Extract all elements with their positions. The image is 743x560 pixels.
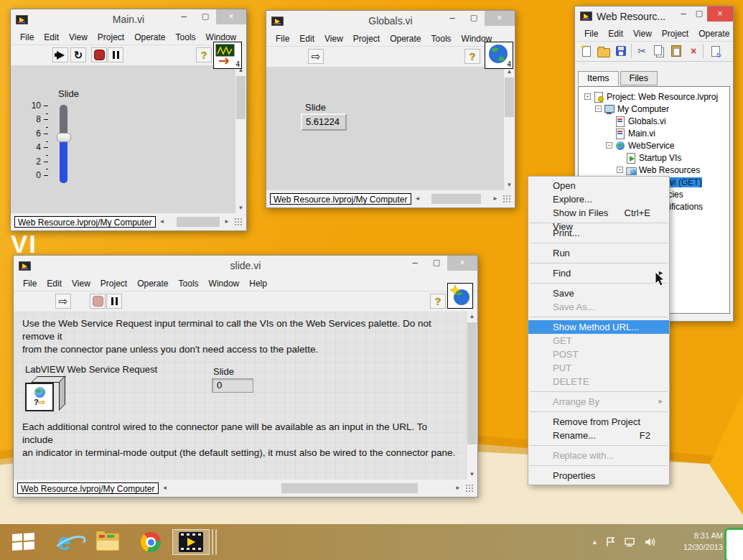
project-titlebar[interactable]: Web Resourc... – ▢ × [575,6,733,26]
tree-expander-icon[interactable]: - [595,106,602,112]
cut-button[interactable]: ✂ [635,44,649,58]
action-center-flag-icon[interactable] [605,536,617,548]
context-menu-item-run[interactable]: Run [528,246,669,260]
scroll-thumb[interactable] [505,78,514,117]
tree-item-body[interactable]: Web Resources [626,165,700,175]
tree-item-body[interactable]: My Computer [604,104,669,114]
menu-window[interactable]: Window [204,279,245,289]
close-button[interactable]: × [447,256,477,271]
menu-view[interactable]: View [628,29,657,39]
scroll-right-icon[interactable]: ► [222,216,232,228]
menu-edit[interactable]: Edit [42,279,67,289]
menu-edit[interactable]: Edit [39,32,64,42]
minimize-button[interactable]: – [441,11,463,26]
scroll-left-icon[interactable]: ◄ [157,216,167,228]
context-menu-item-properties[interactable]: Properties [528,469,669,482]
menu-view[interactable]: View [67,279,95,289]
slide-vi-horizontal-scrollbar[interactable]: ◄ ► [160,482,463,494]
vi-connector-icon[interactable]: 4 [213,42,242,69]
network-icon[interactable] [624,536,637,548]
tree-item-body[interactable]: Project: Web Resource.lvproj [594,92,718,102]
tree-expander-icon[interactable]: - [617,167,623,173]
paste-button[interactable] [669,44,683,58]
context-menu-item-post[interactable]: POST [528,347,669,361]
menu-file[interactable]: File [18,279,42,289]
tree-item[interactable]: -Web Resources [579,164,729,176]
vi-connector-icon[interactable] [447,283,473,309]
context-menu-item-get[interactable]: GET [528,334,669,347]
menu-file[interactable]: File [15,32,39,42]
slide-value-control[interactable]: 0 [212,378,253,393]
run-continuously-button[interactable]: ↻ [70,47,86,62]
globals-vi-vertical-scrollbar[interactable]: ▲ ▼ [503,67,515,190]
globals-vi-horizontal-scrollbar[interactable]: ◄ ► [413,193,500,205]
menu-edit[interactable]: Edit [294,34,319,44]
menu-project[interactable]: Project [657,29,693,39]
slider-handle[interactable] [57,133,71,142]
vi-connector-icon[interactable]: 4 [485,42,513,69]
context-menu-item-rename[interactable]: Rename...F2 [528,429,669,442]
run-button[interactable] [52,47,68,62]
tree-expander-icon[interactable]: - [606,142,612,149]
main-vi-titlebar[interactable]: Main.vi – ▢ × [11,9,246,29]
resize-grip[interactable] [234,218,243,226]
tree-item[interactable]: -My Computer [579,103,729,115]
scroll-down-icon[interactable]: ▼ [504,180,515,190]
context-menu-item-show-in-files-view[interactable]: Show in Files ViewCtrl+E [528,206,669,220]
new-file-button[interactable]: ✦ [579,44,594,58]
open-button[interactable] [597,44,611,58]
close-button[interactable]: × [216,9,246,24]
abort-button[interactable] [90,294,106,309]
slider-track[interactable] [60,105,67,183]
help-button[interactable]: ? [464,49,480,64]
minimize-button[interactable]: – [676,6,691,22]
context-menu-item-put[interactable]: PUT [528,361,669,375]
build-settings-button[interactable]: ↻ [709,44,723,58]
help-button[interactable]: ? [430,294,446,309]
maximize-button[interactable]: ▢ [691,6,707,22]
scroll-right-icon[interactable]: ► [453,482,463,494]
menu-project[interactable]: Project [95,279,132,289]
tree-item-body[interactable]: WebService [615,141,674,151]
menu-help[interactable]: Help [244,279,272,289]
context-menu-item-explore[interactable]: Explore... [528,192,669,206]
main-vi-horizontal-scrollbar[interactable]: ◄ ► [157,216,232,228]
scroll-down-icon[interactable]: ▼ [235,203,246,213]
menu-file[interactable]: File [579,29,603,39]
maximize-button[interactable]: ▢ [195,9,216,24]
abort-button[interactable] [91,47,107,62]
slide-vi-vertical-scrollbar[interactable]: ▲ ▼ [466,312,477,480]
scroll-left-icon[interactable]: ◄ [413,193,423,205]
taskbar-internet-explorer[interactable]: e [50,530,79,554]
resize-grip[interactable] [503,195,511,203]
copy-button[interactable] [652,44,666,58]
pause-button[interactable] [106,294,122,309]
scroll-up-icon[interactable]: ▲ [467,312,477,322]
tab-items[interactable]: Items [578,71,619,85]
slide-vi-titlebar[interactable]: slide.vi – ▢ × [14,256,477,276]
menu-tools[interactable]: Tools [171,32,201,42]
run-button[interactable]: ⇨ [308,49,324,64]
tree-item[interactable]: Startup VIs [579,151,729,164]
save-button[interactable] [614,44,628,58]
menu-operate[interactable]: Operate [693,29,733,39]
menu-view[interactable]: View [64,32,93,42]
scroll-thumb[interactable] [431,194,481,204]
minimize-button[interactable]: – [173,9,195,24]
tree-expander-icon[interactable]: - [584,93,591,100]
menu-window[interactable]: Window [201,32,242,42]
start-button[interactable] [10,530,36,553]
volume-icon[interactable] [644,536,657,548]
context-menu-item-remove-from-project[interactable]: Remove from Project [528,415,669,429]
show-hidden-icons-chevron[interactable]: ▲ [592,538,598,546]
menu-tools[interactable]: Tools [426,34,457,44]
globals-vi-titlebar[interactable]: Globals.vi – ▢ × [266,11,515,31]
taskbar-file-explorer[interactable] [93,530,122,554]
tree-item[interactable]: Globals.vi [579,115,729,127]
help-button[interactable]: ? [196,47,212,62]
scroll-left-icon[interactable]: ◄ [160,482,170,494]
tree-item[interactable]: Main.vi [579,127,729,139]
minimize-button[interactable]: – [404,256,426,271]
scroll-right-icon[interactable]: ► [490,193,500,205]
context-menu-item-save-as[interactable]: Save As... [528,300,669,314]
